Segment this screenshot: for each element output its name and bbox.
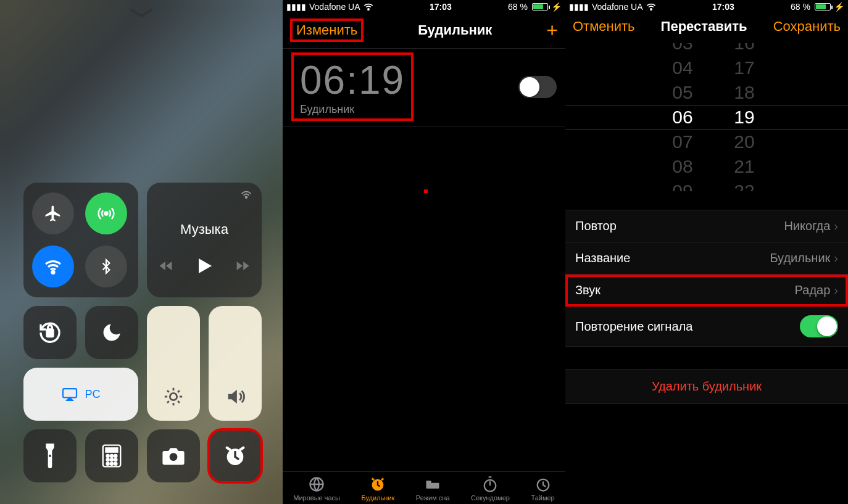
brightness-slider[interactable]: [147, 306, 200, 421]
settings-list: Повтор Никогда› Название Будильник› Звук…: [565, 210, 848, 347]
calculator-button[interactable]: [85, 429, 138, 482]
chevron-right-icon: ›: [834, 283, 838, 297]
picker-hours: 03 04 05 06 07 08 09: [652, 43, 713, 191]
svg-rect-24: [426, 481, 431, 484]
carrier-label: Vodafone UA: [309, 2, 360, 12]
svg-rect-3: [47, 329, 53, 337]
edit-button[interactable]: Изменить: [296, 22, 357, 38]
tab-world-clock[interactable]: Мировые часы: [293, 476, 340, 502]
svg-point-6: [49, 455, 51, 457]
svg-point-13: [110, 458, 113, 461]
battery-icon: [813, 3, 831, 10]
svg-point-18: [170, 453, 178, 461]
alarm-label: Будильник: [300, 103, 405, 116]
time-picker[interactable]: 03 04 05 06 07 08 09 16 17 18 19 20 21 2…: [565, 43, 848, 191]
camera-button[interactable]: [147, 429, 200, 482]
row-sound[interactable]: Звук Радар›: [565, 275, 848, 307]
annotation-dot: [424, 189, 428, 193]
row-snooze: Повторение сигнала: [565, 307, 848, 347]
svg-rect-4: [63, 389, 77, 397]
orientation-lock-button[interactable]: [23, 306, 77, 359]
save-button[interactable]: Сохранить: [773, 19, 841, 35]
screen-mirroring-label: PC: [85, 388, 100, 401]
alarm-toggle[interactable]: [518, 76, 557, 98]
row-name[interactable]: Название Будильник›: [565, 242, 848, 275]
alarm-row[interactable]: 06:19 Будильник: [283, 48, 565, 126]
status-time: 17:03: [430, 2, 452, 12]
chevron-right-icon: ›: [834, 251, 838, 265]
svg-point-10: [110, 455, 113, 457]
tab-bar: Мировые часы Будильник Режим сна Секундо…: [283, 471, 565, 504]
svg-point-0: [105, 212, 108, 215]
flashlight-button[interactable]: [23, 429, 77, 482]
status-bar: ▮▮▮▮Vodafone UA 17:03 68 % ⚡: [283, 0, 565, 12]
status-bar: ▮▮▮▮Vodafone UA 17:03 68 % ⚡: [565, 0, 848, 12]
signal-icon: ▮▮▮▮: [569, 2, 589, 12]
nav-bar: Изменить Будильник +: [283, 12, 565, 48]
tab-stopwatch[interactable]: Секундомер: [471, 476, 510, 502]
next-track-icon[interactable]: [234, 257, 251, 275]
page-title: Будильник: [418, 22, 492, 38]
svg-point-2: [246, 196, 247, 198]
tab-bedtime[interactable]: Режим сна: [416, 476, 450, 502]
svg-point-20: [368, 9, 369, 10]
tab-timer[interactable]: Таймер: [531, 476, 554, 502]
alarm-time: 06:19: [300, 57, 405, 103]
chevron-right-icon: ›: [834, 219, 838, 233]
battery-pct: 68 %: [791, 2, 810, 12]
snooze-toggle[interactable]: [800, 315, 838, 337]
svg-rect-23: [426, 483, 439, 489]
carrier-label: Vodafone UA: [592, 2, 643, 12]
page-title: Переставить: [661, 19, 747, 35]
nav-bar: Отменить Переставить Сохранить: [565, 12, 848, 41]
delete-alarm-button[interactable]: Удалить будильник: [565, 369, 848, 404]
control-center-panel: Музыка: [0, 0, 283, 504]
svg-point-12: [107, 458, 109, 461]
previous-track-icon[interactable]: [157, 257, 175, 275]
row-repeat[interactable]: Повтор Никогда›: [565, 210, 848, 242]
alarm-list-panel: ▮▮▮▮Vodafone UA 17:03 68 % ⚡ Изменить Бу…: [283, 0, 565, 504]
airplane-mode-button[interactable]: [32, 192, 74, 234]
signal-icon: ▮▮▮▮: [286, 2, 306, 12]
volume-slider[interactable]: [209, 306, 262, 421]
add-alarm-button[interactable]: +: [546, 19, 558, 42]
tab-alarm[interactable]: Будильник: [361, 476, 394, 502]
charging-icon: ⚡: [834, 2, 844, 12]
svg-rect-8: [106, 448, 118, 452]
svg-point-9: [107, 455, 109, 457]
screen-mirroring-button[interactable]: PC: [23, 368, 138, 421]
svg-point-14: [114, 458, 117, 461]
airplay-icon[interactable]: [239, 189, 253, 202]
play-icon[interactable]: [193, 255, 215, 277]
svg-point-15: [107, 463, 109, 465]
svg-point-5: [170, 393, 177, 400]
edit-alarm-panel: ▮▮▮▮Vodafone UA 17:03 68 % ⚡ Отменить Пе…: [565, 0, 848, 504]
wifi-icon: [646, 3, 656, 10]
wifi-icon: [364, 3, 373, 10]
cancel-button[interactable]: Отменить: [573, 19, 635, 35]
do-not-disturb-button[interactable]: [85, 306, 138, 359]
connectivity-tile: [23, 183, 138, 297]
svg-point-27: [651, 9, 652, 10]
wifi-button[interactable]: [32, 246, 74, 287]
status-time: 17:03: [712, 2, 734, 12]
music-title: Музыка: [180, 221, 228, 238]
music-tile[interactable]: Музыка: [147, 183, 262, 297]
bluetooth-button[interactable]: [85, 246, 127, 287]
chevron-down-icon[interactable]: [129, 9, 154, 19]
cellular-data-button[interactable]: [85, 192, 127, 234]
battery-icon: [531, 3, 548, 10]
svg-point-1: [52, 271, 54, 273]
alarm-button[interactable]: [209, 429, 262, 482]
charging-icon: ⚡: [551, 2, 562, 12]
svg-point-11: [114, 455, 117, 457]
svg-point-16: [110, 463, 113, 465]
svg-point-17: [114, 463, 117, 465]
battery-pct: 68 %: [508, 2, 528, 12]
picker-minutes: 16 17 18 19 20 21 22: [713, 43, 775, 191]
